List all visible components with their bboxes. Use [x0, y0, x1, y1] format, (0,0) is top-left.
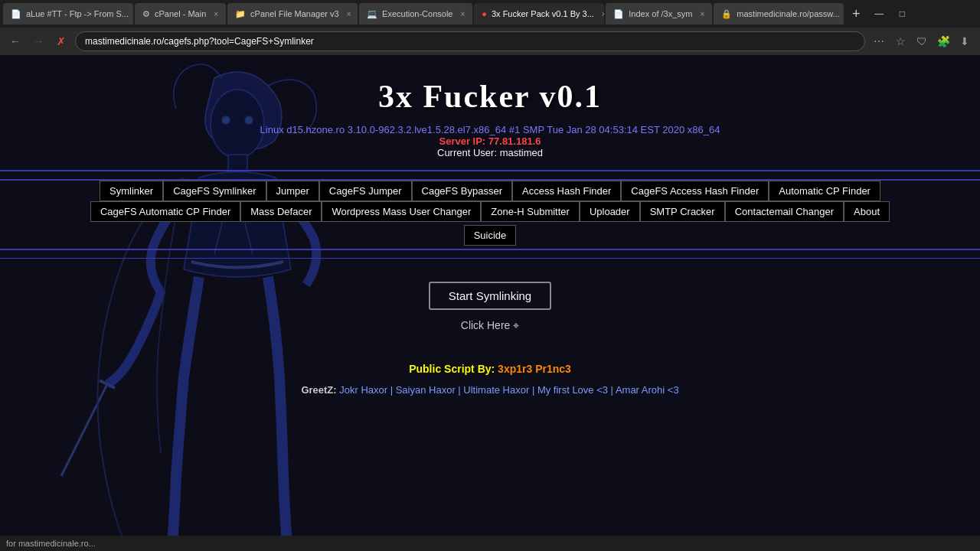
public-script-label: Public Script By: [409, 363, 495, 375]
extensions-icon[interactable]: 🧩 [934, 32, 952, 51]
tab-6[interactable]: 📄 Index of /3x_sym × [606, 3, 712, 24]
star-icon[interactable]: ☆ [891, 32, 910, 51]
tab-3[interactable]: 📁 cPanel File Manager v3 × [227, 3, 358, 24]
suicide-btn[interactable]: Suicide [464, 225, 517, 246]
cagefs-jumper-btn[interactable]: CageFS Jumper [319, 181, 412, 201]
wordpress-mass-user-changer-btn[interactable]: Wordpress Mass User Changer [322, 201, 481, 222]
tab-1[interactable]: 📄 aLue #TT - Ftp -> From S... × [3, 3, 133, 24]
tab-5-label: 3x Fucker Pack v0.1 By 3... [492, 9, 594, 18]
tab-6-label: Index of /3x_sym [629, 9, 692, 18]
sys-info: Linux d15.hzone.ro 3.10.0-962.3.2.lve1.5… [0, 124, 980, 135]
tab-2-label: cPanel - Main [155, 9, 206, 18]
mass-defacer-btn[interactable]: Mass Defacer [240, 201, 322, 222]
reload-button[interactable]: ✗ [52, 32, 70, 51]
nav-divider-bottom [0, 249, 980, 250]
shield-icon[interactable]: 🛡 [913, 32, 931, 51]
tab-7-favicon: 🔒 [721, 9, 732, 19]
new-tab-button[interactable]: + [845, 3, 867, 24]
automatic-cp-finder-btn[interactable]: Automatic CP Finder [769, 181, 880, 201]
tab-5-close[interactable]: × [602, 10, 604, 18]
greets-section: GreetZ: Jokr Haxor | Saiyan Haxor | Ulti… [0, 384, 980, 396]
current-user: Current User: mastimed [0, 147, 980, 158]
page-title: 3x Fucker v0.1 [0, 78, 980, 115]
tab-5-favicon: ● [482, 9, 487, 18]
greet-names: Jokr Haxor | Saiyan Haxor | Ultimate Hax… [339, 384, 678, 396]
tab-3-close[interactable]: × [347, 10, 351, 18]
nav-buttons-container: Symlinker CageFS Symlinker Jumper CageFS… [0, 170, 980, 259]
click-here-text: Click Here ⌖ [0, 319, 980, 332]
nav-actions: ⋯ ☆ 🛡 🧩 ⬇ [870, 32, 974, 51]
tab-2[interactable]: ⚙ cPanel - Main × [135, 3, 226, 24]
cagefs-symlinker-btn[interactable]: CageFS Symlinker [163, 181, 266, 201]
about-btn[interactable]: About [844, 201, 890, 222]
tab-bar: 📄 aLue #TT - Ftp -> From S... × ⚙ cPanel… [0, 0, 980, 28]
tab-4[interactable]: 💻 Execution-Console × [359, 3, 472, 24]
greets-label: GreetZ: [301, 384, 336, 396]
back-button[interactable]: ← [6, 32, 24, 51]
cagefs-access-hash-finder-btn[interactable]: CageFS Access Hash Finder [621, 181, 769, 201]
smtp-cracker-btn[interactable]: SMTP Cracker [640, 201, 725, 222]
tab-7-label: mastimedicinale.ro/passw... [737, 9, 840, 18]
address-bar[interactable]: mastimedicinale.ro/cagefs.php?tool=CageF… [75, 31, 865, 51]
start-symlinking-button[interactable]: Start Symlinking [429, 282, 551, 310]
tab-3-label: cPanel File Manager v3 [250, 9, 339, 18]
tab-6-close[interactable]: × [700, 10, 704, 18]
tab-4-label: Execution-Console [382, 9, 452, 18]
status-text: for mastimedicinale.ro... [6, 539, 96, 548]
tab-7[interactable]: 🔒 mastimedicinale.ro/passw... × [714, 3, 844, 24]
access-hash-finder-btn[interactable]: Access Hash Finder [512, 181, 621, 201]
tab-2-close[interactable]: × [214, 10, 218, 18]
nav-row-2: CageFS Automatic CP Finder Mass Defacer … [0, 201, 980, 222]
page-header: 3x Fucker v0.1 Linux d15.hzone.ro 3.10.0… [0, 55, 980, 170]
tab-2-favicon: ⚙ [142, 9, 150, 19]
server-ip: Server IP: 77.81.181.6 [0, 135, 980, 147]
bookmarks-icon[interactable]: ⋯ [870, 32, 888, 51]
click-here-label: Click Here [461, 319, 511, 331]
tab-3-favicon: 📁 [235, 9, 246, 19]
minimize-button[interactable]: — [868, 3, 890, 24]
main-content: Start Symlinking Click Here ⌖ Public Scr… [0, 259, 980, 419]
tab-6-favicon: 📄 [613, 9, 624, 19]
uploader-btn[interactable]: Uploader [580, 201, 640, 222]
tab-4-close[interactable]: × [460, 10, 465, 18]
public-script-section: Public Script By: 3xp1r3 Pr1nc3 [0, 363, 980, 375]
cagefs-automatic-cp-finder-btn[interactable]: CageFS Automatic CP Finder [90, 201, 240, 222]
browser-window: 📄 aLue #TT - Ftp -> From S... × ⚙ cPanel… [0, 0, 980, 551]
cagefs-bypasser-btn[interactable]: CageFS Bypasser [412, 181, 513, 201]
tab-4-favicon: 💻 [367, 9, 377, 19]
address-text: mastimedicinale.ro/cagefs.php?tool=CageF… [85, 36, 314, 47]
nav-row-3: Suicide [0, 222, 980, 249]
nav-row-1: Symlinker CageFS Symlinker Jumper CageFS… [0, 181, 980, 201]
authors-text: 3xp1r3 Pr1nc3 [498, 363, 571, 375]
server-info: Linux d15.hzone.ro 3.10.0-962.3.2.lve1.5… [0, 124, 980, 158]
page-content: 3x Fucker v0.1 Linux d15.hzone.ro 3.10.0… [0, 55, 980, 551]
restore-button[interactable]: □ [891, 3, 913, 24]
status-bar: for mastimedicinale.ro... [0, 536, 980, 551]
forward-button[interactable]: → [29, 32, 47, 51]
symlinker-btn[interactable]: Symlinker [100, 181, 163, 201]
tab-5[interactable]: ● 3x Fucker Pack v0.1 By 3... × [474, 3, 604, 24]
jumper-btn[interactable]: Jumper [266, 181, 319, 201]
zone-h-submitter-btn[interactable]: Zone-H Submitter [481, 201, 580, 222]
download-icon[interactable]: ⬇ [956, 32, 974, 51]
contactemail-changer-btn[interactable]: Contactemail Changer [725, 201, 844, 222]
tab-1-label: aLue #TT - Ftp -> From S... [26, 9, 129, 18]
tab-1-favicon: 📄 [11, 9, 21, 19]
navigation-bar: ← → ✗ mastimedicinale.ro/cagefs.php?tool… [0, 28, 980, 55]
cursor-icon: ⌖ [513, 319, 519, 331]
